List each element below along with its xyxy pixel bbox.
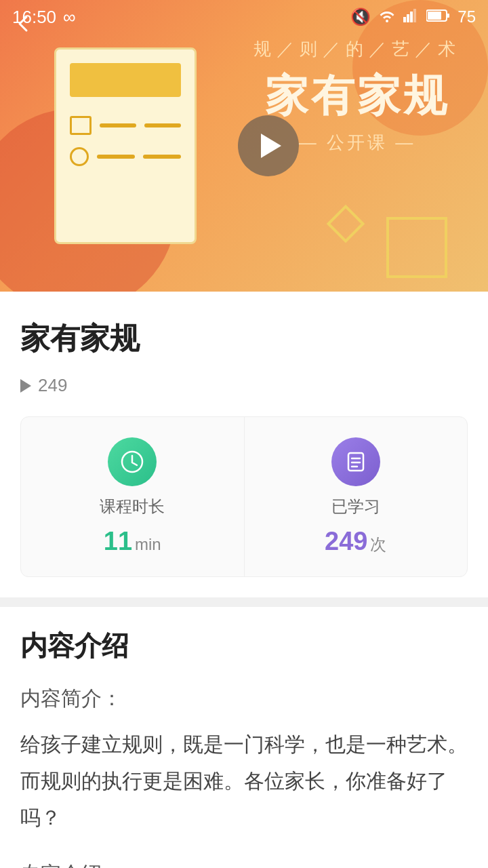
banner-subtitle: 规／则／的／艺／术 — [253, 37, 461, 61]
infinity-icon: ∞ — [63, 7, 76, 28]
intro-body: 给孩子建立规则，既是一门科学，也是一种艺术。而规则的执行更是困难。各位家长，你准… — [20, 726, 468, 836]
view-count-row: 249 — [20, 375, 468, 396]
svg-rect-0 — [403, 17, 406, 22]
section-divider — [0, 597, 488, 607]
status-bar: 16:50 ∞ 🔇 75 — [0, 0, 488, 34]
intro-label: 内容简介： — [20, 685, 468, 713]
diamond-decoration — [327, 205, 365, 243]
book-illustration — [54, 47, 197, 244]
description-section: 内容介绍 内容简介： 给孩子建立规则，既是一门科学，也是一种艺术。而规则的执行更… — [0, 607, 488, 868]
svg-rect-5 — [447, 14, 449, 18]
duration-value-row: 11 min — [104, 527, 161, 556]
book-line-3 — [97, 155, 135, 159]
expert-label: 专家介绍： — [20, 861, 468, 868]
learned-label: 已学习 — [331, 496, 380, 517]
battery-level: 75 — [458, 7, 476, 26]
content-area: 家有家规 249 课程时长 11 min — [0, 292, 488, 607]
book-header — [70, 63, 181, 97]
wifi-icon — [378, 7, 396, 26]
duration-value: 11 — [104, 527, 132, 556]
learned-value: 249 — [325, 527, 367, 556]
svg-rect-2 — [410, 12, 413, 22]
stat-learned: 已学习 249 次 — [245, 417, 468, 576]
svg-rect-3 — [413, 9, 416, 22]
square-decoration — [386, 217, 447, 278]
play-button[interactable] — [238, 115, 299, 176]
view-count-value: 249 — [38, 375, 67, 396]
book-line-1 — [100, 123, 136, 127]
banner-area: 规／则／的／艺／术 家有家规 — 公开课 — — [0, 0, 488, 292]
book-row-2 — [70, 147, 181, 166]
status-left: 16:50 ∞ — [12, 7, 76, 28]
book-icon-circle — [70, 147, 89, 166]
time-display: 16:50 — [12, 7, 56, 28]
book-line-2 — [144, 123, 181, 127]
learned-icon — [331, 437, 380, 486]
duration-icon — [108, 437, 157, 486]
play-icon-small — [20, 379, 31, 393]
section-heading: 内容介绍 — [20, 627, 468, 665]
duration-unit: min — [135, 535, 161, 554]
battery-icon — [426, 7, 451, 26]
stats-row: 课程时长 11 min 已学习 249 次 — [20, 416, 468, 577]
learned-unit: 次 — [370, 534, 386, 555]
duration-label: 课程时长 — [100, 496, 165, 517]
book-line-4 — [143, 155, 181, 159]
svg-rect-1 — [407, 14, 409, 22]
book-icon-square — [70, 116, 92, 135]
svg-rect-6 — [428, 12, 441, 20]
book-row-1 — [70, 116, 181, 135]
status-right: 🔇 75 — [350, 7, 476, 26]
banner-title: 家有家规 — [253, 66, 461, 125]
course-title: 家有家规 — [20, 312, 468, 359]
signal-icon — [403, 7, 420, 26]
mute-icon: 🔇 — [350, 7, 371, 26]
stat-duration: 课程时长 11 min — [21, 417, 245, 576]
play-triangle-icon — [261, 134, 281, 158]
learned-value-row: 249 次 — [325, 527, 386, 556]
